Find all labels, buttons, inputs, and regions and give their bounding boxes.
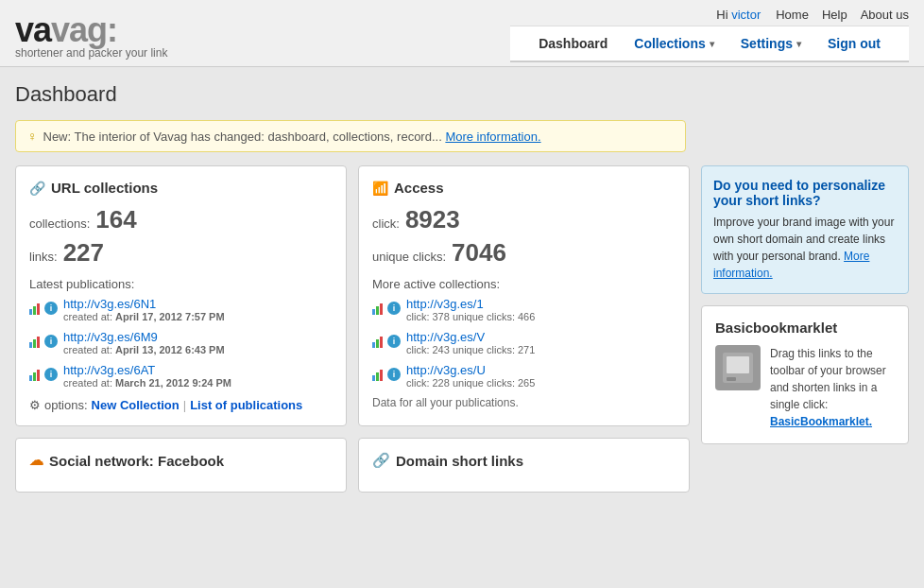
promo-card: Do you need to personalize your short li… — [701, 165, 909, 294]
svg-rect-15 — [372, 375, 375, 381]
social-title: ☁ Social network: Facebook — [29, 452, 333, 469]
domain-card: 🔗 Domain short links — [358, 438, 690, 493]
home-link[interactable]: Home — [776, 8, 809, 22]
access-url-3[interactable]: http://v3g.es/U — [406, 363, 486, 377]
link-icon: 🔗 — [372, 452, 390, 469]
svg-rect-5 — [37, 337, 40, 348]
click-value: 8923 — [405, 205, 460, 234]
link-chain-icon: 🔗 — [29, 181, 45, 196]
svg-rect-8 — [37, 370, 40, 381]
access-info-icon-3: i — [387, 368, 401, 381]
promo-text: Improve your brand image with your own s… — [713, 214, 897, 282]
pub-date-2: created at: April 13, 2012 6:43 PM — [63, 344, 225, 355]
about-link[interactable]: About us — [861, 8, 909, 22]
nav-settings[interactable]: Settings ▾ — [727, 26, 814, 61]
access-card: 📶 Access click: 8923 unique clicks: 7046… — [358, 165, 690, 426]
pub-date-1: created at: April 17, 2012 7:57 PM — [63, 311, 225, 322]
nav-collections[interactable]: Collections ▾ — [621, 26, 727, 61]
username-link[interactable]: victor — [731, 8, 761, 22]
pub-date-3: created at: March 21, 2012 9:24 PM — [63, 377, 231, 389]
access-stats-3: click: 228 unique clicks: 265 — [406, 377, 535, 389]
bookmarklet-card: Basicbookmarklet Drag this links to the … — [701, 305, 909, 444]
bookmarklet-title: Basicbookmarklet — [715, 320, 895, 336]
info-icon: i — [44, 302, 58, 315]
hi-user-label: Hi victor — [716, 8, 761, 22]
access-info-3: http://v3g.es/U click: 228 unique clicks… — [406, 363, 535, 389]
logo: vavag: — [15, 10, 167, 50]
chart-icon-3 — [29, 368, 43, 384]
info-icon-3: i — [44, 368, 58, 381]
access-stats-1: click: 378 unique clicks: 466 — [406, 311, 535, 322]
signal-icon: 📶 — [372, 181, 388, 196]
svg-rect-20 — [727, 377, 736, 381]
svg-rect-9 — [372, 309, 375, 315]
click-label: click: — [372, 216, 400, 231]
svg-rect-6 — [29, 375, 32, 381]
svg-rect-14 — [380, 337, 383, 348]
access-chart-icon-3 — [372, 368, 385, 384]
list-publications-link[interactable]: List of publications — [190, 398, 302, 412]
bookmarklet-link[interactable]: BasicBookmarklet. — [770, 415, 872, 428]
svg-rect-19 — [727, 356, 749, 373]
pub-info-2: http://v3g.es/6M9 created at: April 13, … — [63, 330, 225, 355]
access-chart-icon-2 — [372, 335, 385, 351]
bookmarklet-text: Drag this links to the toolbar of your b… — [770, 345, 895, 430]
settings-dropdown-arrow: ▾ — [796, 39, 801, 49]
svg-rect-0 — [29, 309, 32, 315]
pub-url-1[interactable]: http://v3g.es/6N1 — [63, 297, 156, 311]
notice-icon: ♀ — [27, 129, 38, 144]
svg-rect-4 — [33, 339, 36, 348]
access-info-icon-2: i — [387, 335, 401, 348]
access-url-1[interactable]: http://v3g.es/1 — [406, 297, 484, 311]
info-icon-2: i — [44, 335, 58, 348]
svg-rect-16 — [376, 372, 379, 381]
pub-url-2[interactable]: http://v3g.es/6M9 — [63, 330, 158, 344]
svg-rect-17 — [380, 370, 383, 381]
unique-value: 7046 — [452, 238, 506, 268]
new-collection-link[interactable]: New Collection — [92, 398, 180, 412]
url-collections-card: 🔗 URL collections collections: 164 links… — [15, 165, 347, 426]
access-info-2: http://v3g.es/V click: 243 unique clicks… — [406, 330, 535, 355]
collections-dropdown-arrow: ▾ — [710, 39, 714, 49]
pub-item: i http://v3g.es/6AT created at: March 21… — [29, 363, 333, 389]
access-item-2: i http://v3g.es/V click: 243 unique clic… — [372, 330, 676, 355]
access-item: i http://v3g.es/1 click: 378 unique clic… — [372, 297, 676, 322]
latest-label: Latest publications: — [29, 277, 333, 291]
pub-item: i http://v3g.es/6M9 created at: April 13… — [29, 330, 333, 355]
svg-rect-2 — [37, 303, 40, 315]
unique-label: unique clicks: — [372, 250, 446, 264]
url-collections-title: 🔗 URL collections — [29, 180, 333, 196]
svg-rect-1 — [33, 306, 36, 315]
access-item-3: i http://v3g.es/U click: 228 unique clic… — [372, 363, 676, 389]
access-title: 📶 Access — [372, 180, 676, 196]
page-title: Dashboard — [15, 82, 909, 107]
svg-rect-7 — [33, 372, 36, 381]
promo-title: Do you need to personalize your short li… — [713, 178, 897, 208]
more-active-label: More active collections: — [372, 277, 676, 291]
collections-label: collections: — [29, 216, 90, 231]
access-stats-2: click: 243 unique clicks: 271 — [406, 344, 535, 355]
notice-link[interactable]: More information. — [445, 130, 540, 144]
gear-icon: ⚙ — [29, 398, 41, 412]
access-info-icon: i — [387, 302, 401, 315]
access-info: http://v3g.es/1 click: 378 unique clicks… — [406, 297, 535, 322]
svg-rect-3 — [29, 342, 32, 348]
chart-icon-2 — [29, 335, 43, 351]
collections-value: 164 — [95, 205, 136, 234]
pub-item: i http://v3g.es/6N1 created at: April 17… — [29, 297, 333, 322]
svg-rect-13 — [376, 339, 379, 348]
options-label: options: — [44, 398, 88, 412]
svg-rect-10 — [376, 306, 379, 315]
help-link[interactable]: Help — [822, 8, 847, 22]
links-value: 227 — [63, 238, 104, 268]
nav-dashboard[interactable]: Dashboard — [525, 26, 621, 61]
social-card: ☁ Social network: Facebook — [15, 438, 347, 493]
pub-info: http://v3g.es/6N1 created at: April 17, … — [63, 297, 225, 322]
nav-signout[interactable]: Sign out — [814, 26, 894, 61]
access-url-2[interactable]: http://v3g.es/V — [406, 330, 485, 344]
logo-subtitle: shortener and packer your link — [15, 46, 167, 60]
rss-icon: ☁ — [29, 452, 43, 469]
data-note: Data for all your publications. — [372, 396, 676, 409]
pub-info-3: http://v3g.es/6AT created at: March 21, … — [63, 363, 231, 389]
pub-url-3[interactable]: http://v3g.es/6AT — [63, 363, 155, 377]
